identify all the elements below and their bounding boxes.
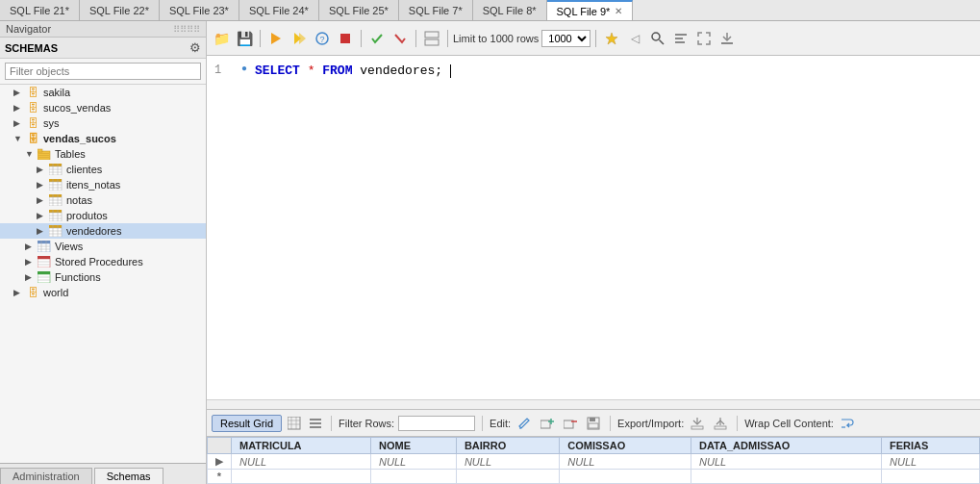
cell-bairro[interactable]: NULL (456, 454, 559, 470)
new-cell-comissao[interactable] (560, 470, 691, 484)
filter-rows-input[interactable] (398, 416, 475, 431)
new-cell-matricula[interactable] (232, 470, 371, 484)
add-row-icon[interactable] (538, 414, 557, 433)
col-header-ferias[interactable]: FERIAS (882, 438, 980, 454)
tree-item-itens-notas[interactable]: ▶ itens_notas (0, 177, 206, 192)
tab-sqlfile22[interactable]: SQL File 22* (80, 0, 160, 20)
tree-label: world (43, 287, 68, 298)
save-changes-icon[interactable] (584, 414, 603, 433)
tab-sqlfile7[interactable]: SQL File 7* (399, 0, 473, 20)
row-indicator-header (208, 438, 232, 454)
sql-editor[interactable]: 1 ● SELECT * FROM vendedores; (207, 56, 980, 399)
delete-row-icon[interactable] (561, 414, 580, 433)
result-sep (482, 416, 483, 431)
toolbar-separator (415, 30, 416, 47)
bottom-tab-administration[interactable]: Administration (0, 468, 92, 484)
add-bookmark-button[interactable] (601, 28, 622, 49)
search-button[interactable] (647, 28, 668, 49)
new-cell-nome[interactable] (371, 470, 457, 484)
fullscreen-button[interactable] (693, 28, 715, 49)
open-file-button[interactable]: 📁 (211, 28, 232, 49)
new-cell-bairro[interactable] (456, 470, 559, 484)
tab-sqlfile25[interactable]: SQL File 25* (319, 0, 399, 20)
commit-button[interactable] (366, 28, 388, 49)
rollback-button[interactable] (389, 28, 411, 49)
svg-rect-34 (49, 225, 62, 228)
close-tab-icon[interactable]: ✕ (615, 6, 622, 16)
tree-item-world[interactable]: ▶ 🗄 world (0, 285, 206, 300)
cell-nome[interactable]: NULL (371, 454, 457, 470)
bottom-tab-schemas[interactable]: Schemas (94, 468, 163, 484)
wrap-cell-icon[interactable] (838, 414, 857, 433)
tree-label: clientes (66, 164, 102, 175)
cell-comissao[interactable]: NULL (560, 454, 691, 470)
tree-item-clientes[interactable]: ▶ clientes (0, 162, 206, 177)
export-button[interactable] (716, 28, 738, 49)
horizontal-scrollbar[interactable] (207, 399, 980, 409)
result-options-icon[interactable] (307, 415, 324, 432)
line-number: 1 (214, 62, 230, 80)
result-grid-icon[interactable] (286, 415, 303, 432)
previous-bookmark-button[interactable]: ◁ (624, 28, 645, 49)
tree-item-sakila[interactable]: ▶ 🗄 sakila (0, 85, 206, 100)
cell-matricula[interactable]: NULL (232, 454, 371, 470)
toggle-results-button[interactable] (421, 28, 442, 49)
toolbar-separator (447, 30, 448, 47)
tree-item-tables[interactable]: ▼ Tables (0, 146, 206, 162)
save-button[interactable]: 💾 (234, 28, 255, 49)
functions-icon (37, 270, 52, 284)
svg-rect-53 (38, 271, 50, 274)
execute-button[interactable] (265, 28, 287, 49)
col-header-bairro[interactable]: BAIRRO (456, 438, 559, 454)
limit-dropdown[interactable]: 1000 500 200 100 (541, 30, 591, 47)
export-icon[interactable] (688, 414, 707, 433)
edit-pencil-icon[interactable] (515, 414, 534, 433)
tab-sqlfile24[interactable]: SQL File 24* (239, 0, 319, 20)
navigator-header: Navigator ⠿⠿⠿⠿ (0, 21, 206, 38)
col-header-comissao[interactable]: COMISSAO (560, 438, 691, 454)
tree-item-vendedores[interactable]: ▶ vendedores (0, 223, 206, 239)
arrow-icon: ▶ (13, 118, 25, 128)
execute-selection-button[interactable] (289, 28, 310, 49)
tab-sqlfile21[interactable]: SQL File 21* (0, 0, 80, 20)
sql-keyword-select: SELECT (255, 64, 300, 78)
col-header-nome[interactable]: NOME (371, 438, 457, 454)
toolbar-separator (260, 30, 261, 47)
format-query-button[interactable] (670, 28, 691, 49)
tab-sqlfile9[interactable]: SQL File 9* ✕ (547, 0, 634, 20)
schemas-action-icon[interactable]: ⚙ (189, 40, 201, 55)
tab-sqlfile23[interactable]: SQL File 23* (160, 0, 239, 20)
tree-item-produtos[interactable]: ▶ produtos (0, 208, 206, 223)
tree-item-sucos-vendas[interactable]: ▶ 🗄 sucos_vendas (0, 100, 206, 115)
cell-data-admissao[interactable]: NULL (691, 454, 882, 470)
tab-sqlfile8[interactable]: SQL File 8* (473, 0, 547, 20)
col-header-data-admissao[interactable]: DATA_ADMISSAO (691, 438, 882, 454)
table-icon (48, 224, 63, 238)
col-header-matricula[interactable]: MATRICULA (232, 438, 371, 454)
tree-item-notas[interactable]: ▶ notas (0, 192, 206, 208)
arrow-icon: ▶ (25, 242, 37, 251)
schema-icon: 🗄 (25, 132, 40, 145)
svg-rect-80 (310, 426, 321, 428)
stop-button[interactable] (335, 28, 356, 49)
bottom-tabs: Administration Schemas (0, 463, 206, 484)
tree-item-sys[interactable]: ▶ 🗄 sys (0, 115, 206, 131)
new-cell-ferias[interactable] (882, 470, 980, 484)
import-icon[interactable] (711, 414, 730, 433)
filter-input[interactable] (5, 63, 201, 80)
tree-item-views[interactable]: ▶ Views (0, 239, 206, 254)
svg-rect-71 (675, 41, 685, 43)
tree-item-vendas-sucos[interactable]: ▼ 🗄 vendas_sucos (0, 131, 206, 146)
right-panel: 📁 💾 ? (207, 21, 980, 484)
new-cell-data-admissao[interactable] (691, 470, 882, 484)
tree-item-functions[interactable]: ▶ Functions (0, 269, 206, 285)
cell-ferias[interactable]: NULL (882, 454, 980, 470)
explain-button[interactable]: ? (312, 28, 333, 49)
tree-item-stored-procedures[interactable]: ▶ Stored Procedures (0, 254, 206, 269)
result-grid-tab[interactable]: Result Grid (212, 415, 282, 432)
svg-text:◁: ◁ (631, 32, 641, 45)
schema-icon: 🗄 (25, 86, 40, 99)
add-row-indicator[interactable]: * (208, 470, 232, 484)
arrow-icon: ▶ (37, 211, 48, 220)
sql-operator-star: * (308, 64, 323, 78)
